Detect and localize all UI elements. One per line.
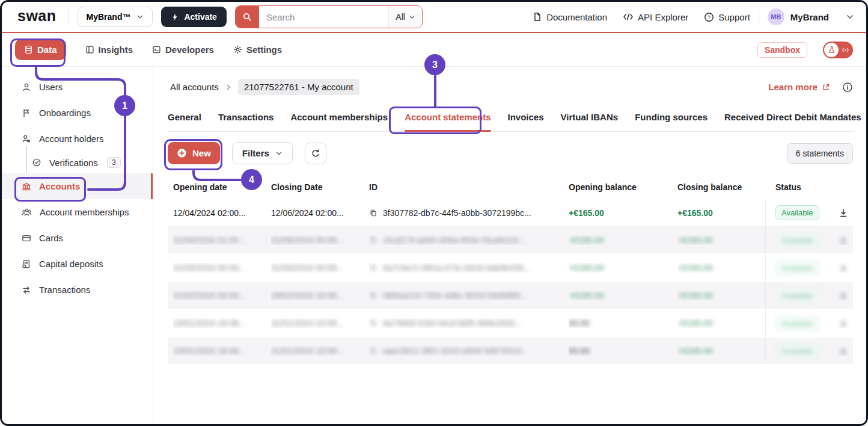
column-header-status: Status bbox=[765, 180, 827, 194]
nav-settings-label: Settings bbox=[246, 45, 282, 55]
tab-funding-sources[interactable]: Funding sources bbox=[635, 110, 708, 131]
sidebar-item-accounts[interactable]: Accounts bbox=[2, 173, 153, 199]
tab-virtual-ibans[interactable]: Virtual IBANs bbox=[561, 110, 619, 131]
download-icon[interactable] bbox=[839, 346, 848, 356]
support-link[interactable]: ? Support bbox=[704, 12, 750, 22]
nav-developers-label: Developers bbox=[165, 45, 214, 55]
divider bbox=[69, 9, 69, 25]
statement-row[interactable]: 23/01/2024 18:48... 31/01/2024 23:59... … bbox=[168, 338, 853, 365]
sidebar-item-users[interactable]: Users bbox=[2, 74, 153, 100]
documentation-link[interactable]: Documentation bbox=[533, 12, 607, 22]
activate-button[interactable]: Activate bbox=[161, 7, 226, 27]
table-header: Opening date Closing Date ID Opening bal… bbox=[168, 180, 853, 194]
brand-selector[interactable]: MyBrand™ bbox=[78, 7, 153, 27]
info-icon[interactable] bbox=[842, 82, 853, 93]
search-input[interactable] bbox=[259, 6, 388, 28]
chevron-down-icon bbox=[275, 150, 283, 157]
breadcrumb-root[interactable]: All accounts bbox=[170, 82, 219, 92]
documentation-label: Documentation bbox=[546, 12, 607, 22]
document-icon bbox=[533, 12, 542, 22]
column-header-closing-date: Closing Date bbox=[271, 182, 369, 192]
column-header-opening-date: Opening date bbox=[173, 182, 271, 192]
status-badge: Available bbox=[775, 344, 819, 359]
sidebar-label: Account holders bbox=[39, 134, 104, 144]
tab-invoices[interactable]: Invoices bbox=[508, 110, 544, 131]
body: Users Onboardings Account holders Verifi… bbox=[2, 67, 866, 423]
download-icon[interactable] bbox=[839, 291, 848, 300]
transfer-arrows-icon bbox=[22, 285, 31, 295]
download-icon[interactable] bbox=[839, 208, 848, 218]
sidebar-item-onboardings[interactable]: Onboardings bbox=[2, 100, 153, 126]
refresh-icon bbox=[311, 149, 320, 158]
tab-received-direct-debit-mandates[interactable]: Received Direct Debit Mandates bbox=[724, 110, 861, 131]
sidebar-item-transactions[interactable]: Transactions bbox=[2, 277, 153, 303]
search-bar: All bbox=[235, 5, 423, 28]
search-scope-selector[interactable]: All bbox=[388, 6, 422, 28]
signal-icon bbox=[839, 46, 852, 54]
sidebar-item-account-holders[interactable]: Account holders bbox=[2, 126, 153, 152]
statement-row[interactable]: 01/03/2024 00:00... 01/04/2024 00:59... … bbox=[168, 255, 853, 282]
copy-icon[interactable] bbox=[369, 347, 377, 355]
nav-item-developers[interactable]: Developers bbox=[152, 45, 214, 55]
copy-icon[interactable] bbox=[369, 291, 377, 300]
nav-item-insights[interactable]: Insights bbox=[85, 45, 133, 55]
search-icon bbox=[236, 6, 259, 28]
sidebar-item-account-memberships[interactable]: Account memberships bbox=[2, 199, 153, 225]
statement-row[interactable]: 12/04/2024 02:00... 12/06/2024 02:00... … bbox=[168, 199, 853, 227]
lightning-icon bbox=[171, 13, 179, 22]
account-holder-icon bbox=[22, 134, 31, 144]
svg-text:?: ? bbox=[708, 14, 711, 20]
flask-icon bbox=[824, 43, 839, 57]
account-menu[interactable]: MB MyBrand bbox=[768, 8, 829, 25]
tab-transactions[interactable]: Transactions bbox=[218, 110, 274, 131]
copy-icon[interactable] bbox=[369, 236, 377, 244]
main-nav: Data Insights Developers Settings Sandbo… bbox=[2, 33, 866, 67]
nav-item-data[interactable]: Data bbox=[15, 39, 66, 60]
sidebar-label: Verifications bbox=[49, 158, 98, 168]
new-label: New bbox=[192, 148, 211, 158]
account-name: MyBrand bbox=[790, 12, 829, 22]
sandbox-toggle[interactable] bbox=[823, 42, 853, 58]
api-explorer-link[interactable]: API Explorer bbox=[623, 12, 688, 22]
copy-icon[interactable] bbox=[369, 264, 377, 272]
chevron-down-icon bbox=[136, 13, 144, 20]
copy-icon[interactable] bbox=[369, 319, 377, 327]
code-icon bbox=[623, 13, 634, 21]
gear-icon bbox=[233, 45, 242, 54]
tab-general[interactable]: General bbox=[168, 110, 201, 131]
database-icon bbox=[24, 45, 33, 54]
tab-bar: General Transactions Account memberships… bbox=[168, 110, 853, 132]
api-explorer-label: API Explorer bbox=[638, 12, 688, 22]
statement-row[interactable]: 01/04/2024 01:00... 01/05/2024 00:59... … bbox=[168, 227, 853, 255]
download-icon[interactable] bbox=[839, 263, 848, 273]
learn-more-link[interactable]: Learn more bbox=[768, 82, 830, 92]
help-icon: ? bbox=[704, 12, 714, 22]
status-badge: Available bbox=[775, 233, 819, 248]
sidebar-label: Capital deposits bbox=[39, 259, 103, 269]
sidebar-label: Transactions bbox=[39, 285, 90, 295]
badge-check-icon bbox=[32, 158, 41, 167]
statements-count-badge: 6 statements bbox=[787, 143, 853, 164]
download-icon[interactable] bbox=[839, 235, 848, 245]
nav-item-settings[interactable]: Settings bbox=[233, 45, 282, 55]
layout-icon bbox=[85, 45, 94, 54]
new-button[interactable]: New bbox=[168, 142, 220, 164]
activate-label: Activate bbox=[184, 12, 216, 22]
download-icon[interactable] bbox=[839, 318, 848, 328]
filters-button[interactable]: Filters bbox=[232, 142, 293, 164]
sidebar-item-cards[interactable]: Cards bbox=[2, 225, 153, 251]
statement-row[interactable]: 01/02/2024 00:00... 29/02/2024 23:59... … bbox=[168, 282, 853, 310]
status-badge: Available bbox=[775, 261, 819, 276]
sidebar-item-capital-deposits[interactable]: Capital deposits bbox=[2, 251, 153, 277]
statement-row[interactable]: 23/01/2024 18:48... 31/01/2024 23:59... … bbox=[168, 310, 853, 338]
sidebar-item-verifications[interactable]: Verifications 3 bbox=[2, 152, 153, 173]
sidebar-label: Account memberships bbox=[40, 207, 129, 217]
chevron-right-icon bbox=[225, 84, 232, 91]
tab-account-statements[interactable]: Account statements bbox=[405, 110, 491, 131]
copy-icon[interactable] bbox=[369, 209, 377, 217]
chevron-down-icon[interactable] bbox=[846, 13, 854, 21]
breadcrumb-current: 21077522761 - My account bbox=[238, 79, 359, 95]
sidebar: Users Onboardings Account holders Verifi… bbox=[2, 67, 153, 423]
refresh-button[interactable] bbox=[305, 143, 326, 164]
tab-account-memberships[interactable]: Account memberships bbox=[290, 110, 388, 131]
